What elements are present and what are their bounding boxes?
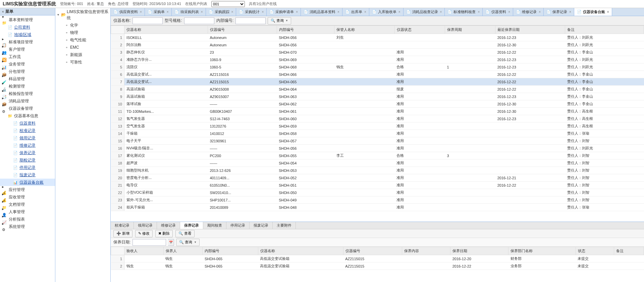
menu-item[interactable]: ▸ 🧪样品管理	[0, 75, 55, 83]
tab[interactable]: 📄消耗品基本资料×	[301, 8, 342, 16]
menu-item[interactable]: ▸ 💰应收管理	[0, 193, 55, 201]
online-users-select[interactable]: 001	[211, 1, 245, 7]
tab[interactable]: 📄采购申请单×	[267, 8, 301, 16]
code-input[interactable]	[235, 17, 266, 24]
menu-item[interactable]: 📄期检记录	[0, 156, 55, 164]
tab[interactable]: 📄标准物料核查×	[445, 8, 483, 16]
tab[interactable]: 📄维修记录×	[513, 8, 544, 16]
table-row[interactable]: 13空气发生器13120276SHDH-059准用责任人：高生根	[111, 123, 644, 130]
menu-panel-header[interactable]: « 菜单	[0, 8, 55, 15]
table-row[interactable]: 19细胞型纯水机2013-12-626SHDH-053准用责任人：刘智	[111, 167, 644, 174]
close-icon[interactable]: ×	[231, 10, 233, 14]
table-row[interactable]: 8高温试验箱AZ9015008SHDH-064报废2016-12-22责任人：李…	[111, 86, 644, 93]
column-header[interactable]: 备注	[614, 247, 644, 255]
tab[interactable]: 📄采购统计×	[236, 8, 267, 16]
close-icon[interactable]: ×	[201, 10, 203, 14]
table-row[interactable]: 11TD-100Markes...GB00K10407SHDH-061准用201…	[111, 108, 644, 115]
table-row[interactable]: 21电导仪610510N0...SHDH-051准用2016-12-22责任人：…	[111, 182, 644, 189]
menu-item[interactable]: ▸ 🔀工作流	[0, 53, 55, 60]
column-header[interactable]: 保养周期	[445, 26, 495, 34]
tree-node[interactable]: ▫可靠性	[55, 58, 110, 66]
menu-item[interactable]: ▸ 🔬检测管理	[0, 83, 55, 90]
close-icon[interactable]: ×	[167, 10, 169, 14]
menu-item[interactable]: 📄保养记录	[0, 149, 55, 156]
table-row[interactable]: 7高低温交变试...AZ2115015SHDH-065准用2016-12-22责…	[111, 78, 644, 86]
table-row[interactable]: 3静态伸长仪23SHDH-070准用2016-12-22责任人：李金山	[111, 49, 644, 56]
table-row[interactable]: 16NVH吸音/隔音...——SHDH-056准用责任人：刘跃光	[111, 145, 644, 152]
menu-item[interactable]: 📄领用记录	[0, 134, 55, 142]
menu-item[interactable]: ▸ 📁文档管理	[0, 201, 55, 208]
column-header[interactable]: 验收人	[124, 247, 164, 255]
menu-item[interactable]: ▸ 💰应付管理	[0, 186, 55, 193]
tab[interactable]: 📄保养记录×	[544, 8, 574, 16]
table-row[interactable]: 9高温试验箱AZ9015007SHDH-063准用2016-12-23责任人：李…	[111, 93, 644, 100]
delete-button[interactable]: ✖删除	[155, 230, 173, 237]
menu-item[interactable]: 📄维修记录	[0, 142, 55, 149]
table-row[interactable]: 12氢气发生器S12-H-7463SHDH-060准用2016-12-23责任人…	[111, 115, 644, 123]
column-header[interactable]: 保养日期	[450, 247, 508, 255]
view-button[interactable]: 🔍查看	[175, 230, 195, 237]
menu-item[interactable]: 📄仪器资料	[0, 120, 55, 127]
column-header[interactable]: 仪器状态	[394, 26, 445, 34]
menu-item[interactable]: 📄报废记录	[0, 171, 55, 179]
table-row[interactable]: 1钱生SHDH-065高低温交变试验箱AZ21150152016-12-20财务…	[111, 255, 644, 263]
menu-item[interactable]: 📁仪器基本信息	[0, 112, 55, 120]
menu-item[interactable]: ▾ ⚙仪器设备管理	[0, 105, 55, 112]
query-button[interactable]: 🔍 查询 ▼	[268, 17, 291, 25]
column-header[interactable]: 内部编号	[203, 247, 258, 255]
tab[interactable]: 📄采购跟踪×	[206, 8, 236, 16]
tree-node[interactable]: ▫电气性能	[55, 36, 110, 44]
detail-tab[interactable]: 报废记录	[250, 222, 273, 229]
close-icon[interactable]: ×	[398, 10, 400, 14]
close-icon[interactable]: ×	[140, 10, 142, 14]
detail-tab[interactable]: 领用记录	[134, 222, 157, 229]
table-row[interactable]: 1ISOKELLAutoneumSHDH-056刘生2016-12-23责任人：…	[111, 34, 644, 41]
close-icon[interactable]: ×	[440, 10, 442, 14]
menu-item[interactable]: 📄停用记录	[0, 164, 55, 171]
column-header[interactable]: 状态	[576, 247, 614, 255]
close-icon[interactable]: ×	[539, 10, 541, 14]
detail-tab[interactable]: 主要附件	[273, 222, 296, 229]
table-row[interactable]: 4准静态力学分...1060-9SHDH-069准用2016-12-23责任人：…	[111, 56, 644, 63]
menu-item[interactable]: ▸ 📋标准项目管理	[0, 38, 55, 46]
date-picker-button[interactable]: 📅	[168, 239, 174, 246]
menu-item[interactable]: 📄公司资料	[0, 23, 55, 31]
detail-tab[interactable]: 维修记录	[157, 222, 180, 229]
tree-node[interactable]: ▫化学	[55, 21, 110, 29]
menu-item[interactable]: ▸ 👤人事管理	[0, 208, 55, 216]
table-row[interactable]: 2钱生钱生SHDH-065高低温交变试验箱AZ21150152016-12-22…	[111, 263, 644, 270]
close-icon[interactable]: ×	[364, 10, 366, 14]
tab[interactable]: 📄采购单×	[145, 8, 172, 16]
close-icon[interactable]: ×	[262, 10, 264, 14]
menu-item[interactable]: ▸ ⚙系统管理	[0, 223, 55, 230]
tab[interactable]: 📄入库验收单×	[369, 8, 404, 16]
detail-grid-container[interactable]: 验收人保养人内部编号仪器名称仪器编号保养内容保养日期保养部门名称状态备注 1钱生…	[111, 247, 644, 282]
date-input[interactable]	[132, 239, 166, 246]
add-button[interactable]: ➕新增	[113, 230, 132, 237]
menu-item[interactable]: 📊仪器设备台账	[0, 179, 55, 186]
detail-query-button[interactable]: 🔍 查询 ▼	[176, 239, 200, 246]
edit-button[interactable]: ✎修改	[135, 230, 153, 237]
column-header[interactable]: 保养部门名称	[508, 247, 576, 255]
table-row[interactable]: 2阿尔法舱AutoneumSHDH-0562016-12-30责任人：刘跃光	[111, 41, 644, 49]
column-header[interactable]: 仪器编号	[343, 247, 402, 255]
column-header[interactable]: 备注	[565, 26, 644, 34]
column-header[interactable]: 保养人	[163, 247, 203, 255]
column-header[interactable]: 保管人名称	[334, 26, 394, 34]
tab[interactable]: 📄仪器设备台账×	[574, 8, 612, 16]
tree-root[interactable]: ▾ 📂 LIMS实验室信息管理系统	[55, 8, 110, 21]
column-header[interactable]: 仪器名称	[258, 247, 343, 255]
table-row[interactable]: 18超声波——SHDH-054准用责任人：刘智	[111, 159, 644, 167]
close-icon[interactable]: ×	[508, 10, 510, 14]
table-row[interactable]: 15电子天平32190961SHDH-057准用责任人：刘智	[111, 137, 644, 145]
close-icon[interactable]: ×	[569, 10, 571, 14]
menu-item[interactable]: ▸ 👥客户管理	[0, 46, 55, 53]
menu-item[interactable]: 📄校准记录	[0, 127, 55, 134]
column-header[interactable]: 保养内容	[402, 247, 450, 255]
detail-tab[interactable]: 停用记录	[226, 222, 250, 229]
spec-input[interactable]	[184, 17, 214, 24]
menu-item[interactable]: ▸ 📑检验报告管理	[0, 90, 55, 97]
column-header[interactable]: 最近保养日期	[495, 26, 565, 34]
name-input[interactable]	[132, 17, 163, 24]
column-header[interactable]: 内部编号	[277, 26, 334, 34]
